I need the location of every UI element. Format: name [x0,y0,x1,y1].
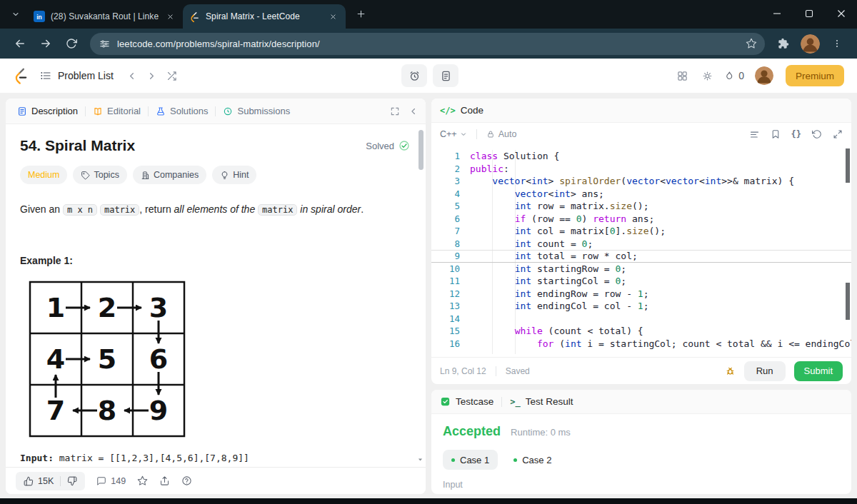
case-2-button[interactable]: Case 2 [505,450,560,470]
comment-icon [96,476,106,486]
site-settings-icon[interactable] [99,39,110,49]
description-content: 54. Spiral Matrix Solved Medium Topics C… [6,124,426,479]
browser-tab-leetcode[interactable]: Spiral Matrix - LeetCode [183,4,346,29]
leetcode-logo[interactable] [13,67,29,84]
code-line-4[interactable]: 4 vector<int> ans; [431,188,851,201]
case-1-button[interactable]: Case 1 [443,450,498,470]
scrollbar-thumb[interactable] [419,130,424,170]
share-button[interactable] [159,475,170,486]
code-line-1[interactable]: 1class Solution { [431,150,851,163]
code-line-12[interactable]: 12 int endingRow = row - 1; [431,288,851,301]
problem-list-button[interactable]: Problem List [40,70,114,81]
language-selector[interactable]: C++ [440,129,467,139]
dislike-button[interactable] [61,472,84,490]
tab-close-icon[interactable] [327,11,339,23]
example-1-label: Example 1: [20,255,410,266]
code-line-6[interactable]: 6 if (row == 0) return ans; [431,213,851,226]
companies-badge[interactable]: Companies [133,166,206,184]
line-number: 11 [431,275,460,288]
like-button[interactable]: 15K [17,472,60,490]
reset-code-icon[interactable] [812,129,822,139]
tab-solutions[interactable]: Solutions [151,99,212,124]
comments-button[interactable]: 149 [96,476,126,486]
back-button[interactable] [9,32,31,55]
svg-text:8: 8 [98,395,116,426]
tab-close-icon[interactable] [164,11,176,23]
new-tab-button[interactable] [351,4,370,23]
thumbs-down-icon [67,476,77,486]
url-text[interactable]: leetcode.com/problems/spiral-matrix/desc… [117,39,735,49]
scrollbar-down-arrow[interactable] [417,456,424,463]
fullscreen-icon[interactable] [390,106,400,116]
topics-badge[interactable]: Topics [73,166,126,184]
apps-button[interactable] [672,65,692,86]
code-editor[interactable]: 1class Solution {2public:3 vector<int> s… [431,146,851,357]
case-list: Case 1 Case 2 [443,450,840,470]
line-number: 10 [431,263,460,276]
tab-testcase[interactable]: Testcase [456,396,493,407]
browser-profile-avatar[interactable] [801,34,820,54]
code-line-14[interactable]: 14 [431,313,851,326]
code-line-16[interactable]: 16 for (int i = startingCol; count < tot… [431,338,851,351]
editor-scrollbar-thumb[interactable] [846,148,850,183]
building-icon [141,171,150,180]
solved-label: Solved [366,141,394,151]
tag-icon [81,171,90,180]
testcase-input-label: Input [443,480,840,490]
hint-badge[interactable]: Hint [212,166,256,184]
tab-submissions[interactable]: Submissions [219,99,294,124]
browser-menu-button[interactable] [826,32,848,55]
premium-button[interactable]: Premium [786,65,844,86]
code-line-10[interactable]: 10 int startingRow = 0; [431,263,851,276]
code-line-15[interactable]: 15 while (count < total) { [431,325,851,338]
code-line-3[interactable]: 3 vector<int> spiralOrder(vector<vector<… [431,175,851,188]
next-problem-button[interactable] [142,65,162,86]
code-line-7[interactable]: 7 int col = matrix[0].size(); [431,225,851,238]
settings-button[interactable] [697,65,717,86]
streak-counter[interactable]: 0 [722,70,746,81]
collapse-panel-icon[interactable] [409,106,419,116]
notes-button[interactable] [433,64,458,87]
run-button[interactable]: Run [744,361,786,381]
minimize-button[interactable] [761,0,793,27]
expand-editor-icon[interactable] [833,129,843,139]
submit-button[interactable]: Submit [794,361,843,381]
code-line-11[interactable]: 11 int startingCol = 0; [431,275,851,288]
close-window-button[interactable] [825,0,857,27]
line-number: 7 [431,225,460,238]
bookmark-icon[interactable] [771,129,781,139]
bookmark-star-icon[interactable] [742,34,761,53]
favorite-button[interactable] [137,475,148,486]
format-icon[interactable] [749,129,760,140]
difficulty-badge[interactable]: Medium [20,166,67,184]
tab-description[interactable]: Description [13,99,82,124]
auto-save-indicator[interactable]: Auto [486,129,517,139]
tab-editorial[interactable]: Editorial [89,99,145,124]
code-line-2[interactable]: 2public: [431,163,851,176]
code-line-13[interactable]: 13 int endingCol = col - 1; [431,300,851,313]
refresh-button[interactable] [60,32,83,55]
result-runtime: Runtime: 0 ms [511,427,571,438]
tab-search-button[interactable] [6,4,26,24]
code-line-8[interactable]: 8 int count = 0; [431,238,851,251]
address-bar[interactable]: leetcode.com/problems/spiral-matrix/desc… [90,33,765,55]
debug-icon[interactable] [725,366,736,376]
timer-button[interactable] [401,64,427,87]
braces-icon[interactable]: {} [791,129,801,139]
tab-label: Description [31,106,78,116]
tab-test-result[interactable]: Test Result [526,396,573,407]
input-value: matrix = [[1,2,3],[4,5,6],[7,8,9]] [54,453,249,463]
svg-text:2: 2 [98,292,116,323]
maximize-button[interactable] [793,0,825,27]
browser-tab-linkedin[interactable]: in (28) Suvakanta Rout | LinkedIn [27,4,183,29]
prev-problem-button[interactable] [122,65,142,86]
feedback-button[interactable] [181,475,192,486]
random-problem-button[interactable] [162,65,182,86]
input-label: Input: [20,453,54,463]
extensions-button[interactable] [772,32,795,55]
user-avatar[interactable] [755,66,773,85]
code-line-9[interactable]: 9 int total = row * col; [431,250,851,263]
code-line-5[interactable]: 5 int row = matrix.size(); [431,200,851,213]
svg-text:3: 3 [149,292,168,323]
forward-button[interactable] [34,32,57,55]
